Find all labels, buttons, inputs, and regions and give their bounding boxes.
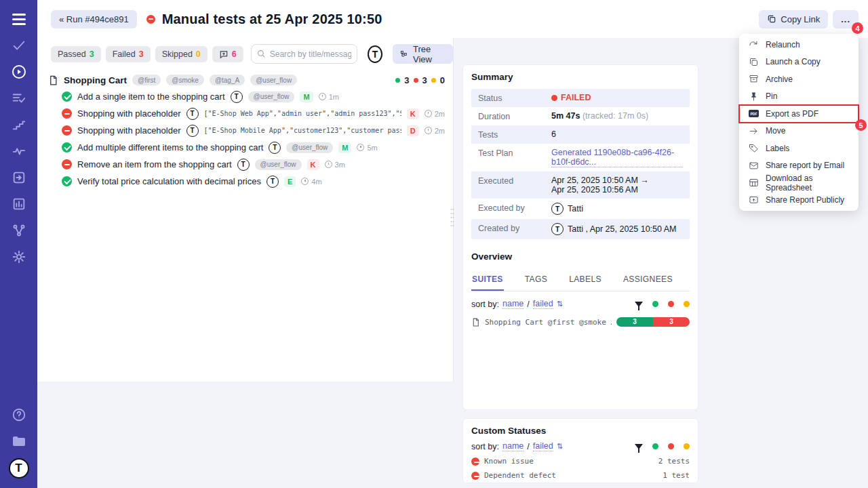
suite-tag[interactable]: @tag_A [210,75,245,85]
test-row[interactable]: Remove an item from the shopping cart T … [37,156,453,173]
failed-status-icon [62,108,72,119]
search-icon [257,49,266,58]
sort-by-failed-link[interactable]: failed [533,441,553,451]
summary-row-status: Status FAILED [471,89,690,107]
filter-comments[interactable]: 6 [212,46,243,62]
sort-by-name-link[interactable]: name [502,441,524,451]
test-list-panel: Passed3 Failed3 Skipped0 6 T Tree View S… [37,38,454,382]
assignee-avatar[interactable]: T [368,45,383,63]
user-avatar[interactable]: T [9,458,29,479]
sort-direction-icon[interactable]: ⇅ [557,300,563,308]
test-tag[interactable]: @user_flow [248,92,295,102]
tab-tags[interactable]: TAGS [524,270,548,291]
test-row[interactable]: Add a single item to the shopping cart T… [37,88,453,105]
sort-by-failed-link[interactable]: failed [533,299,553,309]
executed-start: Apr 25, 2025 10:50 AM → [551,176,649,185]
failed-dot-icon[interactable] [668,443,674,449]
check-icon[interactable] [9,36,28,55]
tab-labels[interactable]: LABELS [568,270,602,291]
overview-suite-row[interactable]: Shopping Cart @first @smoke … 3 3 [471,317,690,327]
filter-skipped-label: Skipped [162,49,193,59]
projects-folder-icon[interactable] [9,432,28,451]
branch-icon[interactable] [9,221,28,240]
menu-item-download-as-spreadsheet[interactable]: Download as Spreadsheet [739,174,859,192]
menu-item-labels[interactable]: Labels [739,140,859,157]
search-box [251,44,357,64]
skipped-dot-icon[interactable] [684,301,690,307]
sort-separator: / [527,300,529,309]
panel-resize-handle[interactable] [450,207,455,230]
bar-chart-icon[interactable] [9,195,28,214]
menu-item-share-report-publicly[interactable]: Share Report Publicly [739,192,859,209]
filter-funnel-icon[interactable] [635,302,643,307]
suite-passed-count: 3 [404,75,409,85]
tab-assignees[interactable]: ASSIGNEES [623,270,673,291]
more-actions-menu: Relaunch Launch a Copy Archive Pin PDF E… [739,34,859,211]
suite-row[interactable]: Shopping Cart @first @smoke @tag_A @user… [37,70,453,88]
test-row[interactable]: Add multiple different items to the shop… [37,139,453,156]
tag-icon [749,143,759,153]
passed-dot-icon[interactable] [652,443,658,449]
test-plan-link[interactable]: Generated 1190e08b-ca96-4f26-b10f-d6dc..… [551,148,683,167]
tree-view-button[interactable]: Tree View [393,44,453,64]
owner-avatar-icon: T [186,125,199,137]
steps-icon[interactable] [9,115,28,134]
clock-icon [325,161,332,168]
import-box-icon[interactable] [9,168,28,187]
activity-pulse-icon[interactable] [9,142,28,161]
menu-item-relaunch[interactable]: Relaunch [739,36,859,54]
owner-avatar-icon: T [267,176,279,188]
sort-by-name-link[interactable]: name [502,299,524,309]
skipped-dot-icon [431,78,436,83]
sort-direction-icon[interactable]: ⇅ [557,442,563,451]
clock-icon [301,178,309,185]
menu-item-pin[interactable]: Pin [739,88,859,106]
test-title: Verify total price calculation with deci… [77,176,261,186]
summary-title: Summary [471,72,690,82]
suite-tag[interactable]: @user_flow [250,75,297,85]
filter-passed[interactable]: Passed3 [51,46,101,62]
run-failed-status-icon [146,15,155,24]
hamburger-menu-icon[interactable] [9,9,28,28]
overview-sort-row: sort by: name / failed ⇅ [471,299,690,309]
menu-item-archive[interactable]: Archive [739,70,859,88]
menu-item-share-report-by-email[interactable]: Share report by Email [739,157,859,175]
back-to-run-button[interactable]: « Run #494ce891 [51,10,137,28]
search-input[interactable] [270,49,351,59]
clock-icon [425,110,432,117]
custom-status-row[interactable]: Dependent defect 1 test [471,471,690,480]
gear-icon[interactable] [9,247,28,266]
copy-link-label: Copy Link [781,14,820,24]
list-check-icon[interactable] [9,89,28,108]
test-row[interactable]: Shopping with placeholder T ["E-Shop Web… [37,105,453,122]
menu-item-label: Move [766,126,785,136]
custom-statuses-card: Custom Statuses sort by: name / failed ⇅… [462,418,698,483]
file-icon [48,75,58,85]
filter-failed[interactable]: Failed3 [106,46,151,62]
failed-dot-icon[interactable] [668,301,674,307]
filter-funnel-icon[interactable] [635,444,643,449]
filter-skipped[interactable]: Skipped0 [155,46,208,62]
overview-tabs: SUITES TAGS LABELS ASSIGNEES PRIORITY [471,270,690,291]
filter-comments-count: 6 [232,49,237,59]
menu-item-launch-a-copy[interactable]: Launch a Copy [739,54,859,71]
runs-play-icon[interactable] [9,62,28,81]
passed-dot-icon[interactable] [652,301,658,307]
menu-item-move[interactable]: Move [739,123,859,140]
test-row[interactable]: Verify total price calculation with deci… [37,173,453,190]
test-tag[interactable]: @user_flow [255,159,302,170]
copy-link-button[interactable]: Copy Link [759,10,828,28]
menu-item-label: Labels [766,144,789,153]
test-row[interactable]: Shopping with placeholder T ["E-Shop Mob… [37,122,453,139]
suite-tag[interactable]: @smoke [166,75,204,85]
custom-status-row[interactable]: Known issue 2 tests [471,457,690,466]
executed-end: Apr 25, 2025 10:56 AM [551,185,649,195]
test-tag[interactable]: @user_flow [286,142,333,153]
spreadsheet-icon [749,178,759,188]
menu-item-export-as-pdf[interactable]: PDF Export as PDF [739,105,859,123]
filter-row: Passed3 Failed3 Skipped0 6 T Tree View [37,38,453,70]
skipped-dot-icon[interactable] [684,443,690,449]
help-icon[interactable] [9,405,28,424]
suite-tag[interactable]: @first [132,75,161,85]
tab-suites[interactable]: SUITES [471,270,504,291]
